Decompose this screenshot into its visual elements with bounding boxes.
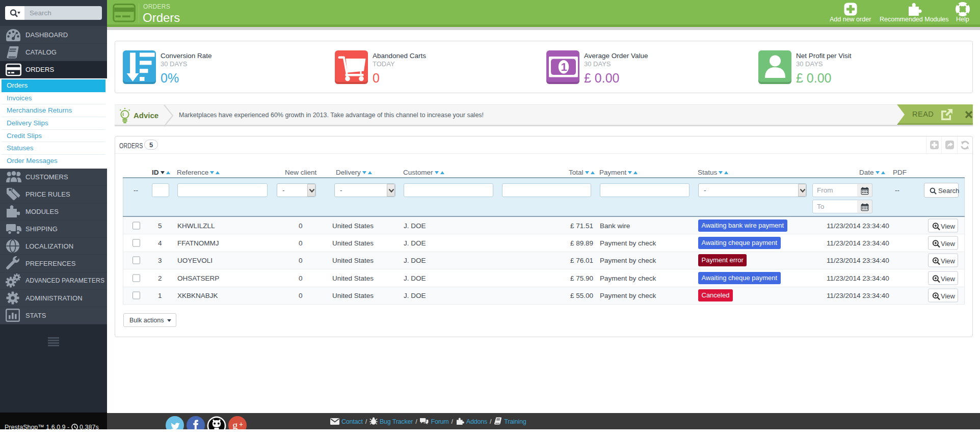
svg-text:+: +	[239, 420, 243, 428]
svg-text:1: 1	[561, 61, 567, 73]
svg-text:g: g	[232, 419, 238, 429]
